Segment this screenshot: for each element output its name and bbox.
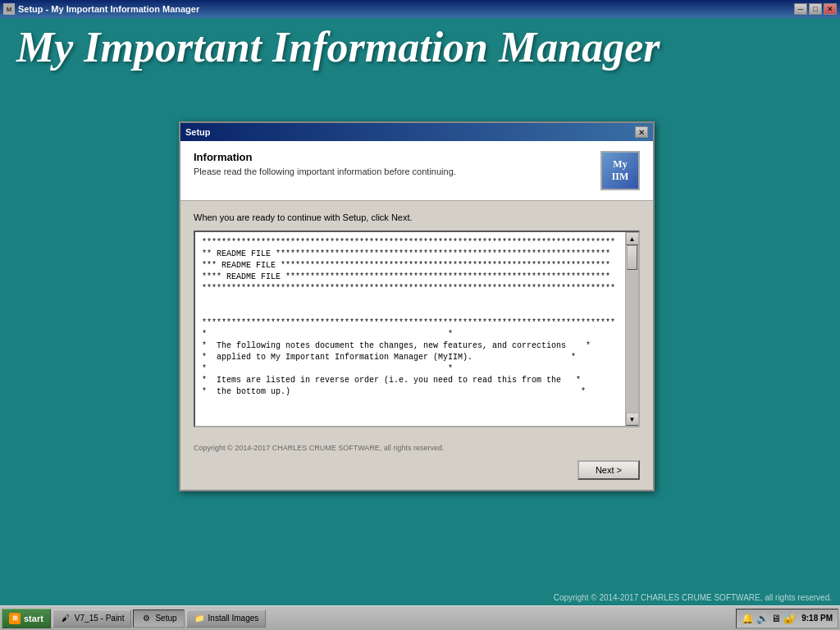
- setup-icon: ⚙: [140, 613, 152, 624]
- instruction-text: When you are ready to continue with Setu…: [194, 212, 640, 222]
- window-controls: ─ □ ✕: [794, 3, 837, 15]
- scroll-down-button[interactable]: ▼: [626, 413, 639, 426]
- tray-icon-1: 🔔: [742, 613, 754, 624]
- header-text-block: Information Please read the following im…: [194, 151, 600, 176]
- setup-label: Setup: [155, 614, 176, 623]
- scroll-thumb[interactable]: [627, 245, 637, 270]
- logo-box: My IIM: [600, 151, 640, 190]
- dialog-title-bar: Setup ✕: [180, 123, 653, 141]
- app-title: My Important Information Manager: [16, 23, 660, 71]
- title-bar-text: M Setup - My Important Information Manag…: [3, 3, 199, 15]
- dialog-body: When you are ready to continue with Setu…: [180, 201, 653, 439]
- taskbar: ⊞ start 🖌 V7_15 - Paint ⚙ Setup 📁 Instal…: [0, 605, 840, 630]
- taskbar-install[interactable]: 📁 Install Images: [186, 609, 267, 628]
- logo-line1: My: [613, 158, 627, 171]
- tray-icon-4: 🔐: [783, 613, 796, 624]
- title-bar: M Setup - My Important Information Manag…: [0, 0, 840, 18]
- tray-icon-2: 🔊: [756, 613, 769, 624]
- scroll-up-button[interactable]: ▲: [626, 232, 639, 245]
- scroll-track[interactable]: [626, 245, 638, 413]
- readme-textbox[interactable]: ****************************************…: [194, 231, 640, 427]
- close-button[interactable]: ✕: [824, 3, 837, 15]
- bottom-copyright: Copyright © 2014-2017 CHARLES CRUME SOFT…: [554, 593, 832, 602]
- dialog-header: Information Please read the following im…: [180, 141, 653, 201]
- maximize-button[interactable]: □: [809, 3, 822, 15]
- logo-line2: IIM: [612, 171, 629, 183]
- paint-label: V7_15 - Paint: [75, 614, 125, 623]
- app-icon: M: [3, 3, 15, 15]
- header-description: Please read the following important info…: [194, 167, 600, 176]
- install-label: Install Images: [208, 614, 259, 623]
- footer-copyright: Copyright © 2014-2017 CHARLES CRUME SOFT…: [194, 444, 640, 452]
- dialog-actions: Next >: [194, 460, 640, 480]
- dialog-footer: Copyright © 2014-2017 CHARLES CRUME SOFT…: [180, 439, 653, 490]
- clock: 9:18 PM: [801, 614, 833, 623]
- start-button[interactable]: ⊞ start: [2, 609, 51, 628]
- paint-icon: 🖌: [60, 613, 71, 624]
- setup-dialog: Setup ✕ Information Please read the foll…: [179, 121, 655, 491]
- start-label: start: [24, 614, 43, 623]
- readme-content: ****************************************…: [195, 232, 625, 426]
- scrollbar[interactable]: ▲ ▼: [625, 232, 638, 426]
- folder-icon: 📁: [194, 613, 205, 624]
- next-button[interactable]: Next >: [578, 460, 640, 480]
- taskbar-paint[interactable]: 🖌 V7_15 - Paint: [52, 609, 132, 628]
- header-section-title: Information: [194, 151, 600, 163]
- minimize-button[interactable]: ─: [794, 3, 807, 15]
- dialog-title: Setup: [185, 127, 211, 137]
- tray-icon-3: 🖥: [771, 613, 781, 624]
- taskbar-setup[interactable]: ⚙ Setup: [133, 609, 184, 628]
- start-icon: ⊞: [9, 613, 21, 624]
- dialog-close-button[interactable]: ✕: [635, 126, 648, 138]
- system-tray: 🔔 🔊 🖥 🔐 9:18 PM: [736, 609, 838, 628]
